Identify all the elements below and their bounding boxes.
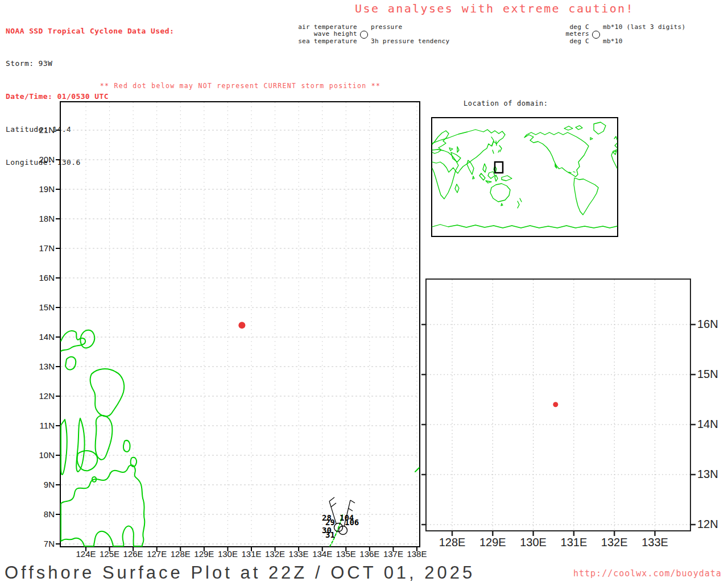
offshore-surface-plot-page: NOAA SSD Tropical Cyclone Data Used: Sto… [0, 0, 728, 582]
zoom-y-tick-label: 15N [697, 368, 718, 381]
y-tick-label: 15N [23, 302, 55, 312]
world-coastlines [432, 122, 617, 228]
legend-sea-temperature: sea temperature [295, 38, 357, 45]
zoom-x-tick-label: 133E [637, 536, 673, 549]
station-circle-icon [360, 31, 368, 39]
y-tick-label: 18N [23, 214, 55, 223]
y-tick-label: 11N [23, 421, 55, 430]
y-tick-label: 16N [23, 273, 55, 282]
storm-id-line: Storm: 93W [6, 58, 174, 69]
zoom-y-tick-label: 16N [697, 318, 718, 331]
y-tick-label: 19N [23, 184, 55, 194]
y-tick-label: 8N [23, 509, 55, 519]
y-tick-label: 13N [23, 361, 55, 371]
zoom-x-tick-label: 130E [515, 536, 552, 549]
zoom-map [427, 280, 690, 530]
x-tick-label: 138E [403, 549, 431, 559]
main-map-ticks [56, 130, 417, 551]
units-sea-degc: deg C [555, 38, 589, 45]
station-2-sea-value: 31 [325, 530, 335, 539]
y-tick-label: 17N [23, 243, 55, 253]
y-tick-label: 14N [23, 332, 55, 342]
zoom-x-tick-label: 131E [556, 536, 592, 549]
zoom-x-tick-label: 129E [474, 536, 511, 549]
zoom-x-tick-label: 132E [596, 536, 632, 549]
zoom-y-tick-label: 13N [697, 468, 718, 481]
main-map [61, 102, 419, 546]
y-tick-label: 12N [23, 391, 55, 401]
zoom-y-tick-label: 12N [697, 518, 718, 531]
datetime-line: Date/Time: 01/0530 UTC [6, 91, 174, 102]
station-2-pressure-value: 106 [345, 518, 359, 527]
source-url[interactable]: http://coolwx.com/buoydata [573, 568, 722, 579]
legend-pressure-tendency: 3h pressure tendency [371, 38, 449, 45]
zoom-storm-position-dot [553, 402, 558, 407]
coastlines-philippines [61, 330, 419, 546]
plot-title: Offshore Surface Plot at 22Z / OCT 01, 2… [5, 563, 475, 582]
y-tick-label: 10N [23, 450, 55, 460]
zoom-map-gridlines [427, 280, 690, 530]
zoom-y-tick-label: 14N [697, 418, 718, 431]
noaa-data-line: NOAA SSD Tropical Cyclone Data Used: [6, 26, 174, 36]
y-tick-label: 21N [23, 125, 55, 135]
zoom-x-tick-label: 128E [434, 536, 470, 549]
y-tick-label: 20N [23, 155, 55, 164]
legend-wave-height: wave height [295, 30, 357, 38]
units-tendency: mb*10 [603, 38, 623, 45]
units-wave-meters: meters [555, 30, 589, 38]
y-tick-label: 7N [23, 539, 55, 548]
units-circle-icon [592, 31, 600, 39]
storm-position-dot [238, 322, 245, 329]
y-tick-label: 9N [23, 480, 55, 489]
station-2-air-value: 29 [325, 518, 335, 527]
legend-pressure: pressure [371, 23, 402, 31]
world-locator-map [432, 118, 617, 236]
units-pressure: mb*10 (last 3 digits) [603, 23, 685, 31]
domain-inset-title: Location of domain: [464, 99, 548, 107]
storm-position-warning: ** Red dot below may NOT represent CURRE… [63, 82, 418, 90]
coastline-edge-fragment [415, 468, 419, 472]
zoom-map-ticks [421, 325, 696, 536]
caution-headline: Use analyses with extreme caution! [355, 2, 634, 15]
